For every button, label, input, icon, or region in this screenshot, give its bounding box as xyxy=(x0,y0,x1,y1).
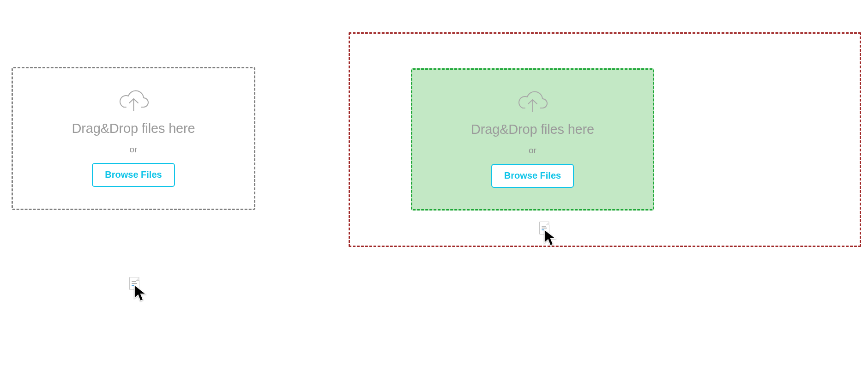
dropzone-or-label: or xyxy=(130,144,138,155)
cloud-upload-icon xyxy=(517,90,548,114)
file-drag-cursor-icon xyxy=(132,283,157,308)
dropzone-default[interactable]: Drag&Drop files here or Browse Files xyxy=(12,67,255,210)
cloud-upload-icon xyxy=(118,90,149,113)
dropzone-headline: Drag&Drop files here xyxy=(471,122,594,137)
dropzone-highlighted[interactable]: Drag&Drop files here or Browse Files xyxy=(411,68,654,211)
browse-files-button[interactable]: Browse Files xyxy=(92,163,175,187)
browse-files-button[interactable]: Browse Files xyxy=(491,164,574,188)
dropzone-or-label: or xyxy=(529,145,536,156)
dropzone-headline: Drag&Drop files here xyxy=(72,121,195,136)
